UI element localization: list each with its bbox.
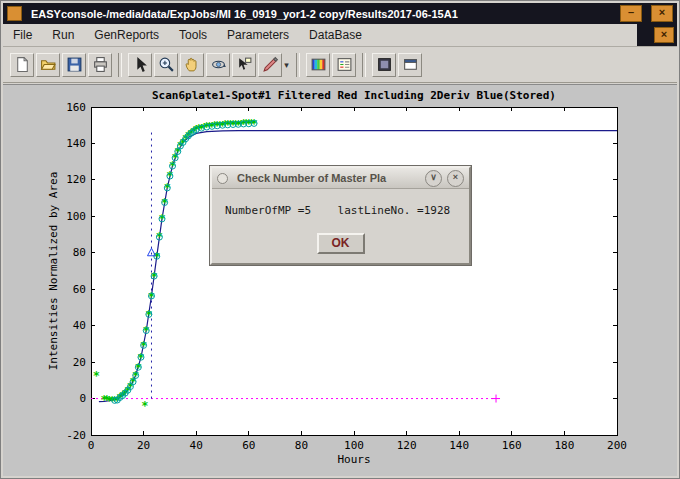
svg-text:60: 60 (242, 439, 255, 452)
save-figure-button[interactable] (62, 53, 86, 77)
svg-text:-20: -20 (66, 429, 86, 442)
print-figure-icon (92, 56, 109, 73)
svg-text:40: 40 (190, 439, 203, 452)
menu-bar-items: FileRunGenReportsToolsParametersDataBase (3, 25, 372, 45)
plot-area (91, 107, 617, 435)
svg-text:80: 80 (295, 439, 308, 452)
dialog-title-bar[interactable]: Check Number of Master Pla ∨ × (212, 168, 469, 189)
dialog-title: Check Number of Master Pla (237, 172, 420, 184)
dialog-icon (217, 173, 228, 184)
svg-text:100: 100 (344, 439, 364, 452)
menu-item-run[interactable]: Run (42, 25, 84, 45)
toolbar-separator (362, 53, 366, 77)
svg-text:140: 140 (449, 439, 469, 452)
x-axis-label: Hours (337, 453, 370, 466)
data-cursor-button[interactable] (232, 53, 256, 77)
insert-legend-button[interactable] (332, 53, 356, 77)
svg-text:160: 160 (66, 101, 86, 114)
dialog-body: NumberOfMP =5 lastLineNo. =1928 OK (212, 189, 469, 263)
menu-corner: × (637, 24, 677, 46)
rotate-3d-button[interactable] (206, 53, 230, 77)
data-cursor-icon (236, 56, 253, 73)
toolbar-separator (118, 53, 122, 77)
svg-text:0: 0 (88, 439, 95, 452)
svg-text:100: 100 (66, 210, 86, 223)
svg-text:120: 120 (397, 439, 417, 452)
pan-hand-icon (184, 56, 201, 73)
toolbar-separator (296, 53, 300, 77)
save-figure-icon (66, 56, 83, 73)
svg-text:140: 140 (66, 137, 86, 150)
svg-text:180: 180 (554, 439, 574, 452)
open-file-icon (40, 56, 57, 73)
menu-bar: FileRunGenReportsToolsParametersDataBase… (3, 24, 677, 47)
new-figure-button[interactable] (10, 53, 34, 77)
figure-area: Scan6plate1-Spot#1 Filtered Red Includin… (3, 84, 677, 476)
svg-text:20: 20 (137, 439, 150, 452)
svg-text:20: 20 (73, 356, 86, 369)
insert-legend-icon (336, 56, 353, 73)
svg-text:160: 160 (502, 439, 522, 452)
menu-item-genreports[interactable]: GenReports (84, 25, 169, 45)
dialog-collapse-button[interactable]: ∨ (425, 170, 442, 187)
child-close-button[interactable]: × (654, 27, 674, 43)
toolbar: ▾ (3, 47, 677, 83)
dialog-ok-button[interactable]: OK (317, 233, 365, 254)
pan-hand-button[interactable] (180, 53, 204, 77)
insert-colorbar-button[interactable] (306, 53, 330, 77)
new-figure-icon (14, 56, 31, 73)
rotate-3d-icon (210, 56, 227, 73)
svg-text:0: 0 (79, 392, 86, 405)
new-window-icon (402, 56, 419, 73)
dialog-message: NumberOfMP =5 lastLineNo. =1928 (225, 204, 450, 217)
window-title: EASYconsole-/media/data/ExpJobs/MI 16_09… (31, 8, 611, 20)
zoom-in-button[interactable] (154, 53, 178, 77)
svg-text:*: * (93, 369, 100, 383)
app-window: EASYconsole-/media/data/ExpJobs/MI 16_09… (0, 0, 680, 479)
brush-dropdown-arrow[interactable]: ▾ (282, 60, 291, 70)
svg-text:60: 60 (73, 283, 86, 296)
open-file-button[interactable] (36, 53, 60, 77)
new-window-button[interactable] (398, 53, 422, 77)
brush-icon (262, 56, 279, 73)
dock-figure-icon (376, 56, 393, 73)
minimize-button[interactable]: – (620, 5, 642, 22)
svg-text:80: 80 (73, 246, 86, 259)
chart-title: Scan6plate1-Spot#1 Filtered Red Includin… (152, 89, 556, 102)
svg-text:*: * (141, 399, 148, 413)
y-axis-label: Intensities Normalized by Area (47, 172, 60, 371)
svg-text:120: 120 (66, 173, 86, 186)
dock-figure-button[interactable] (372, 53, 396, 77)
edit-plot-icon (132, 56, 149, 73)
zoom-in-icon (158, 56, 175, 73)
menu-item-database[interactable]: DataBase (299, 25, 372, 45)
insert-colorbar-icon (310, 56, 327, 73)
app-icon (7, 6, 22, 21)
edit-plot-button[interactable] (128, 53, 152, 77)
menu-item-tools[interactable]: Tools (169, 25, 217, 45)
dialog-check-number-of-master-plates: Check Number of Master Pla ∨ × NumberOfM… (210, 166, 471, 265)
dialog-close-button[interactable]: × (447, 170, 464, 187)
title-bar: EASYconsole-/media/data/ExpJobs/MI 16_09… (3, 3, 677, 24)
close-button[interactable]: × (651, 5, 673, 22)
menu-item-file[interactable]: File (3, 25, 42, 45)
brush-button[interactable] (258, 53, 282, 77)
svg-text:200: 200 (607, 439, 627, 452)
svg-text:40: 40 (73, 319, 86, 332)
menu-item-parameters[interactable]: Parameters (217, 25, 299, 45)
chart: Scan6plate1-Spot#1 Filtered Red Includin… (3, 85, 679, 478)
print-figure-button[interactable] (88, 53, 112, 77)
